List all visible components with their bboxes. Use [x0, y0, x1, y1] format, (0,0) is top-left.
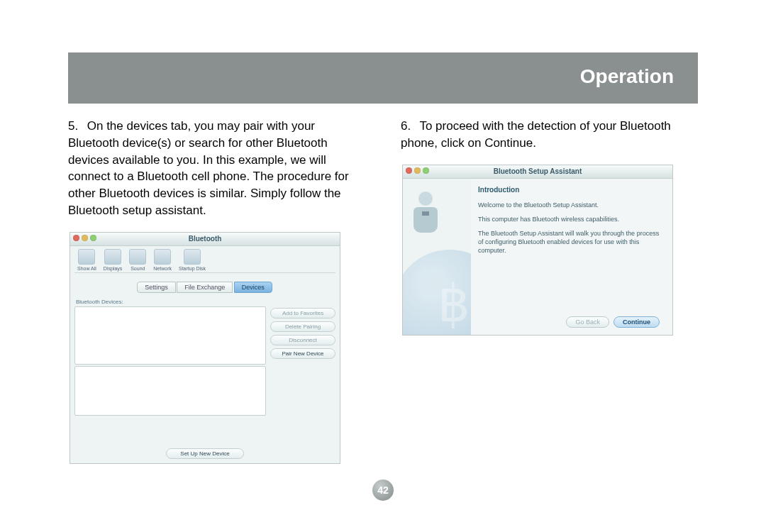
displays-icon: [104, 249, 121, 265]
zoom-icon[interactable]: [90, 235, 96, 241]
assistant-paragraph-1: Welcome to the Bluetooth Setup Assistant…: [478, 201, 662, 209]
devices-label: Bluetooth Devices:: [76, 299, 266, 305]
operation-banner: Operation: [68, 52, 698, 104]
close-icon[interactable]: [406, 167, 412, 174]
devices-area: Bluetooth Devices: Add to Favorites Dele…: [74, 299, 335, 416]
disconnect-button[interactable]: Disconnect: [270, 335, 335, 345]
assistant-traffic-lights[interactable]: [406, 167, 429, 174]
tab-file-exchange[interactable]: File Exchange: [177, 282, 233, 293]
continue-button[interactable]: Continue: [614, 316, 660, 328]
minimize-icon[interactable]: [82, 235, 88, 241]
zoom-icon[interactable]: [423, 167, 429, 174]
prefs-toolbar: Show All Displays Sound Network: [74, 246, 335, 273]
manual-page: Operation 5. On the devices tab, you may…: [68, 52, 698, 492]
bluetooth-icon: ฿: [438, 274, 470, 333]
banner-title: Operation: [580, 65, 674, 88]
pair-new-device-button[interactable]: Pair New Device: [270, 348, 335, 359]
add-to-favorites-button[interactable]: Add to Favorites: [270, 308, 335, 318]
prefs-body: Show All Displays Sound Network: [70, 246, 340, 463]
device-info-box: [74, 366, 266, 416]
toolbar-show-all[interactable]: Show All: [77, 249, 96, 271]
close-icon[interactable]: [73, 235, 79, 241]
assistant-paragraph-2: This computer has Bluetooth wireless cap…: [478, 215, 662, 223]
assistant-body: ฿ Introduction Welcome to the Bluetooth …: [403, 179, 672, 335]
bluetooth-setup-assistant-window: Bluetooth Setup Assistant ฿ Introduction: [402, 165, 673, 336]
go-back-button[interactable]: Go Back: [566, 316, 609, 328]
bluetooth-prefs-window: Bluetooth Show All Displays: [70, 232, 340, 464]
assistant-window-title: Bluetooth Setup Assistant: [494, 167, 582, 175]
step-6-number: 6.: [401, 118, 416, 135]
assistant-content: Introduction Welcome to the Bluetooth Se…: [471, 179, 672, 335]
step-6-body: To proceed with the detection of your Bl…: [401, 119, 671, 150]
set-up-new-device-button[interactable]: Set Up New Device: [166, 448, 244, 459]
device-list-column: Bluetooth Devices:: [74, 299, 266, 416]
delete-pairing-button[interactable]: Delete Pairing: [270, 321, 335, 332]
tab-settings[interactable]: Settings: [137, 282, 176, 293]
two-column-layout: 5. On the devices tab, you may pair with…: [68, 108, 698, 464]
assistant-illustration: ฿: [403, 179, 471, 335]
step-5-text: 5. On the devices tab, you may pair with…: [68, 118, 365, 226]
toolbar-sound[interactable]: Sound: [129, 249, 146, 271]
window-title: Bluetooth: [189, 235, 222, 243]
device-side-buttons: Add to Favorites Delete Pairing Disconne…: [270, 299, 335, 416]
left-column: 5. On the devices tab, you may pair with…: [68, 108, 365, 464]
window-traffic-lights[interactable]: [73, 235, 96, 241]
assistant-heading: Introduction: [478, 186, 662, 194]
tab-devices[interactable]: Devices: [234, 282, 272, 293]
butler-icon: [410, 192, 441, 234]
device-list[interactable]: [74, 306, 266, 365]
toolbar-startup-disk[interactable]: Startup Disk: [179, 249, 206, 271]
page-number-badge: 42: [372, 480, 394, 501]
show-all-icon: [78, 249, 95, 265]
step-6-text: 6. To proceed with the detection of your…: [401, 118, 698, 159]
toolbar-network[interactable]: Network: [153, 249, 172, 271]
startup-disk-icon: [184, 249, 201, 265]
assistant-titlebar: Bluetooth Setup Assistant: [403, 165, 672, 179]
bluetooth-background-icon: ฿: [403, 250, 471, 335]
step-5-number: 5.: [68, 118, 84, 135]
network-icon: [154, 249, 171, 265]
sound-icon: [129, 249, 146, 265]
assistant-footer: Go Back Continue: [478, 312, 662, 329]
right-column: 6. To proceed with the detection of your…: [401, 108, 698, 464]
minimize-icon[interactable]: [414, 167, 421, 174]
assistant-paragraph-3: The Bluetooth Setup Assistant will walk …: [478, 229, 662, 255]
step-5-body: On the devices tab, you may pair with yo…: [68, 119, 349, 217]
window-titlebar: Bluetooth: [70, 233, 340, 246]
prefs-tabs: Settings File Exchange Devices: [74, 282, 335, 293]
toolbar-displays[interactable]: Displays: [104, 249, 122, 271]
